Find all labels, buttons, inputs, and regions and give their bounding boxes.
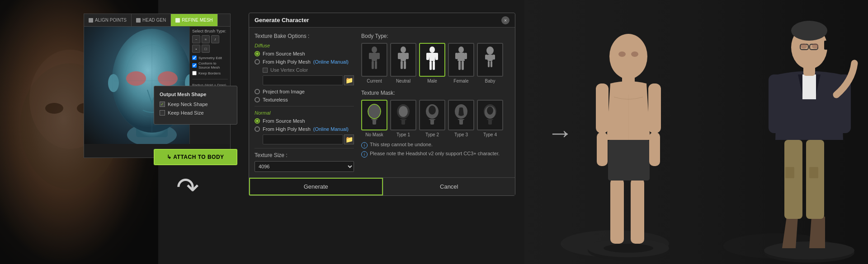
svg-rect-49 (373, 119, 376, 125)
svg-point-93 (812, 43, 818, 49)
texture-mask-section: Texture Mask: No Mask (361, 90, 509, 137)
normal-source-mesh-row: From Source Mesh (255, 118, 354, 124)
texture-mask-grid: No Mask Type 1 (361, 100, 509, 137)
diffuse-file-field[interactable] (263, 75, 343, 85)
dialog-title: Generate Character (255, 17, 309, 23)
svg-rect-26 (401, 53, 406, 61)
mask-type4[interactable]: Type 4 (477, 100, 503, 137)
body-type-neutral[interactable]: Neutral (390, 43, 416, 83)
svg-point-14 (158, 71, 178, 86)
svg-rect-71 (649, 132, 660, 166)
tab-head-gen[interactable]: HEAD GEN (132, 14, 171, 26)
body-type-label: Body Type: (361, 33, 509, 39)
conform-row: Conform to Source Mesh (192, 61, 228, 69)
svg-point-73 (609, 34, 647, 79)
keep-borders-checkbox[interactable] (192, 71, 197, 75)
body-type-current[interactable]: Current (361, 43, 387, 83)
folder-icon-2: 📁 (345, 136, 353, 143)
tab-align-points[interactable]: ALIGN POINTS (84, 14, 132, 26)
svg-rect-32 (426, 53, 429, 60)
svg-rect-80 (806, 140, 824, 219)
svg-rect-28 (406, 53, 409, 59)
svg-rect-67 (608, 140, 650, 181)
symmetry-edit-row: Symmetry Edit (192, 56, 228, 60)
normal-source-mesh-label: From Source Mesh (263, 118, 305, 124)
svg-point-54 (429, 106, 436, 115)
brush-project[interactable]: □ (202, 45, 210, 53)
brush-slash[interactable]: / (211, 35, 219, 43)
texture-size-select[interactable]: 512 1024 2048 4096 8192 (255, 161, 354, 172)
svg-rect-34 (429, 61, 432, 70)
tab-align-label: ALIGN POINTS (95, 18, 127, 23)
project-from-image-label: Project from Image (263, 89, 305, 94)
svg-rect-24 (375, 61, 377, 69)
headgen-icon (136, 18, 141, 23)
texture-mask-label: Texture Mask: (361, 90, 509, 96)
normal-high-poly-label: From High Poly Mesh (263, 126, 311, 132)
brush-smooth[interactable]: ≈ (202, 35, 210, 43)
mask-type2[interactable]: Type 2 (419, 100, 445, 137)
brush-sidebar: Select Brush Type: ~ ≈ / • □ Symmetry Ed… (189, 27, 230, 144)
dialog-close-button[interactable]: × (501, 16, 509, 24)
keep-neck-checkbox[interactable] (160, 102, 165, 107)
mask-type1[interactable]: Type 1 (390, 100, 416, 137)
body-type-baby[interactable]: Baby (477, 43, 503, 83)
generate-button[interactable]: Generate (249, 178, 383, 195)
svg-point-91 (791, 21, 827, 41)
keep-head-checkbox[interactable] (160, 110, 165, 116)
brush-wave[interactable]: ~ (192, 35, 200, 43)
conform-checkbox[interactable] (192, 63, 197, 68)
tab-refine-label: REFINE MESH (182, 18, 212, 23)
mask-type3[interactable]: Type 3 (448, 100, 474, 137)
body-type-grid: Current (361, 43, 509, 83)
normal-file-browse[interactable]: 📁 (344, 134, 354, 144)
diffuse-file-browse[interactable]: 📁 (344, 75, 354, 85)
diffuse-file-row: 📁 (263, 75, 354, 85)
normal-high-poly-radio[interactable] (255, 126, 260, 132)
mask-type3-thumb (448, 100, 474, 130)
svg-rect-38 (464, 53, 467, 59)
mask-no-mask[interactable]: No Mask (361, 100, 387, 137)
body-type-female[interactable]: Female (448, 43, 474, 83)
svg-rect-46 (491, 61, 492, 67)
tab-refine-mesh[interactable]: REFINE MESH (171, 14, 217, 26)
project-from-image-radio[interactable] (255, 89, 260, 94)
symmetry-edit-checkbox[interactable] (192, 56, 197, 60)
keep-neck-label: Keep Neck Shape (168, 102, 208, 107)
attach-to-body-button[interactable]: ↳ ATTACH TO BODY (154, 149, 237, 165)
textureless-row: Textureless (255, 97, 354, 102)
normal-source-mesh-radio[interactable] (255, 118, 260, 124)
use-vertex-color-checkbox[interactable] (263, 68, 268, 73)
info-text-1: This step cannot be undone. (370, 142, 433, 147)
normal-high-poly-row: From High Poly Mesh (Online Manual) (255, 126, 354, 132)
output-mesh-popup: Output Mesh Shape Keep Neck Shape Keep H… (154, 86, 237, 125)
svg-rect-20 (372, 53, 377, 61)
cancel-button[interactable]: Cancel (383, 178, 515, 195)
use-vertex-color-label: Use Vertex Color (270, 67, 308, 73)
body-type-neutral-label: Neutral (396, 79, 410, 83)
normal-file-field[interactable] (263, 134, 343, 144)
textureless-radio[interactable] (255, 97, 260, 102)
diffuse-high-poly-link[interactable]: (Online Manual) (313, 59, 349, 65)
mask-no-mask-thumb (361, 100, 387, 130)
right-arrow: → (547, 117, 573, 147)
svg-rect-79 (784, 140, 802, 219)
svg-rect-27 (398, 53, 401, 59)
generate-label: Generate (304, 183, 328, 190)
brush-clone[interactable]: • (192, 45, 200, 53)
body-type-male[interactable]: Male (419, 43, 445, 83)
diffuse-source-mesh-radio[interactable] (255, 51, 260, 56)
diffuse-high-poly-radio[interactable] (255, 59, 260, 65)
attach-btn-label: ↳ ATTACH TO BODY (167, 154, 224, 160)
info-icon-1: i (361, 142, 368, 148)
mask-type4-label: Type 4 (483, 132, 497, 137)
diffuse-high-poly-label: From High Poly Mesh (263, 59, 311, 65)
mask-no-mask-label: No Mask (365, 132, 383, 137)
svg-rect-44 (492, 55, 495, 60)
normal-high-poly-link[interactable]: (Online Manual) (313, 126, 349, 132)
svg-rect-65 (610, 178, 624, 244)
svg-rect-83 (802, 74, 816, 99)
normal-file-row: 📁 (263, 134, 354, 144)
info-row-1: i This step cannot be undone. (361, 142, 509, 148)
svg-rect-70 (597, 132, 608, 166)
